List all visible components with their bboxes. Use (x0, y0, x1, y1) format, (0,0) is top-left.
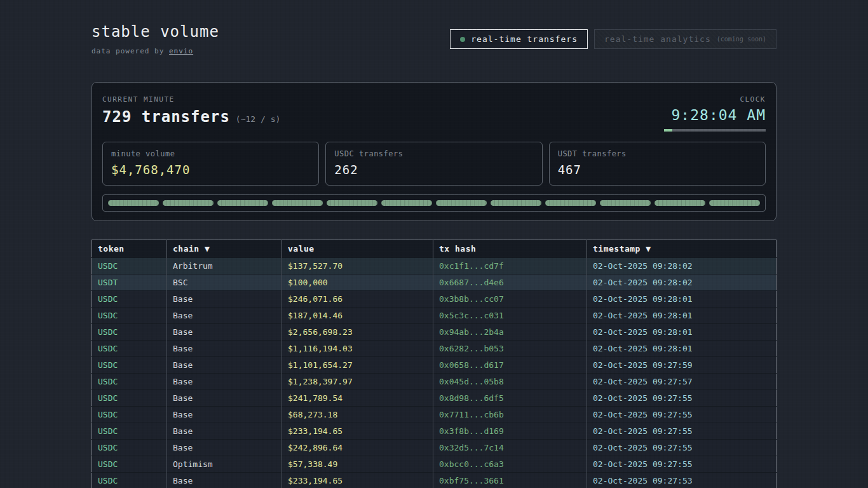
table-row: USDCBase$241,789.540x8d98...6df502-Oct-2… (92, 390, 776, 407)
tx-hash-link[interactable]: 0x6687...d4e6 (433, 274, 587, 291)
table-row: USDCBase$2,656,698.230x94ab...2b4a02-Oct… (92, 324, 776, 341)
column-header-chain[interactable]: chain ▼ (167, 240, 282, 258)
column-header-timestamp[interactable]: timestamp ▼ (587, 240, 776, 258)
clock-time: 9:28:04 AM (664, 107, 766, 123)
tx-hash-link[interactable]: 0x3b8b...cc07 (433, 291, 587, 308)
activity-segment (654, 200, 705, 206)
table-row: USDCBase$187,014.460x5c3c...c03102-Oct-2… (92, 308, 776, 324)
cell-token: USDC (92, 341, 167, 357)
cell-value: $100,000 (282, 274, 433, 291)
coming-soon-badge: (coming soon) (717, 36, 766, 43)
cell-chain: Base (167, 357, 282, 374)
transfers-count: 729 transfers (102, 108, 230, 126)
cell-value: $187,014.46 (282, 308, 433, 324)
stat-usdt-transfers: USDT transfers 467 (549, 142, 766, 186)
top-bar: stable volume data powered by envio real… (92, 0, 776, 55)
cell-value: $233,194.65 (282, 423, 433, 440)
stat-label: USDC transfers (334, 149, 533, 158)
clock-progress-bar (664, 129, 766, 132)
activity-segment (108, 200, 159, 206)
tx-hash-link[interactable]: 0x6282...b053 (433, 341, 587, 357)
tx-hash-link[interactable]: 0x94ab...2b4a (433, 324, 587, 341)
tab-label: real-time analytics (604, 34, 711, 44)
tab-realtime-analytics[interactable]: real-time analytics (coming soon) (594, 29, 776, 49)
tx-hash-link[interactable]: 0x5c3c...c031 (433, 308, 587, 324)
cell-ts: 02-Oct-2025 09:27:53 (587, 473, 776, 488)
stat-minute-volume: minute volume $4,768,470 (102, 142, 319, 186)
cell-value: $242,896.64 (282, 440, 433, 456)
app-container: stable volume data powered by envio real… (92, 0, 776, 488)
cell-chain: Optimism (167, 456, 282, 473)
cell-token: USDC (92, 440, 167, 456)
stat-label: USDT transfers (558, 149, 757, 158)
stat-boxes: minute volume $4,768,470 USDC transfers … (102, 142, 766, 186)
panel-top-row: CURRENT MINUTE 729 transfers (~12 / s) C… (102, 95, 766, 132)
cell-token: USDC (92, 456, 167, 473)
stat-value: $4,768,470 (111, 163, 310, 177)
cell-value: $1,116,194.03 (282, 341, 433, 357)
cell-ts: 02-Oct-2025 09:27:55 (587, 423, 776, 440)
cell-value: $2,656,698.23 (282, 324, 433, 341)
cell-value: $68,273.18 (282, 407, 433, 423)
clock-label: CLOCK (664, 95, 766, 104)
cell-token: USDC (92, 258, 167, 274)
cell-ts: 02-Oct-2025 09:27:59 (587, 357, 776, 374)
tx-hash-link[interactable]: 0x045d...05b8 (433, 374, 587, 390)
cell-value: $246,071.66 (282, 291, 433, 308)
current-minute-panel: CURRENT MINUTE 729 transfers (~12 / s) C… (92, 82, 776, 221)
cell-chain: Base (167, 440, 282, 456)
cell-token: USDC (92, 390, 167, 407)
tx-hash-link[interactable]: 0xbcc0...c6a3 (433, 456, 587, 473)
cell-token: USDT (92, 274, 167, 291)
column-header-tx-hash[interactable]: tx hash (433, 240, 587, 258)
activity-segment (327, 200, 377, 206)
cell-ts: 02-Oct-2025 09:28:01 (587, 341, 776, 357)
view-tabs: real-time transfers real-time analytics … (450, 29, 776, 49)
tagline: data powered by envio (92, 47, 219, 55)
cell-ts: 02-Oct-2025 09:27:55 (587, 440, 776, 456)
stat-usdc-transfers: USDC transfers 262 (325, 142, 542, 186)
cell-token: USDC (92, 423, 167, 440)
cell-chain: Base (167, 473, 282, 488)
activity-segment (272, 200, 323, 206)
cell-ts: 02-Oct-2025 09:28:01 (587, 291, 776, 308)
cell-chain: Base (167, 291, 282, 308)
activity-segment (436, 200, 487, 206)
tagline-prefix: data powered by (92, 47, 169, 55)
cell-token: USDC (92, 473, 167, 488)
transfers-summary: CURRENT MINUTE 729 transfers (~12 / s) (102, 95, 280, 132)
tx-hash-link[interactable]: 0xbf75...3661 (433, 473, 587, 488)
tx-hash-link[interactable]: 0x32d5...7c14 (433, 440, 587, 456)
live-dot-icon (460, 37, 465, 42)
tx-hash-link[interactable]: 0xc1f1...cd7f (433, 258, 587, 274)
cell-value: $1,238,397.97 (282, 374, 433, 390)
table-row: USDCBase$1,116,194.030x6282...b05302-Oct… (92, 341, 776, 357)
cell-ts: 02-Oct-2025 09:28:02 (587, 274, 776, 291)
activity-segment (217, 200, 268, 206)
cell-ts: 02-Oct-2025 09:27:55 (587, 390, 776, 407)
tx-hash-link[interactable]: 0x8d98...6df5 (433, 390, 587, 407)
tx-hash-link[interactable]: 0x0658...d617 (433, 357, 587, 374)
table-row: USDCBase$233,194.650x3f8b...d16902-Oct-2… (92, 423, 776, 440)
cell-chain: Base (167, 374, 282, 390)
cell-chain: Base (167, 341, 282, 357)
tab-label: real-time transfers (471, 34, 578, 44)
cell-value: $233,194.65 (282, 473, 433, 488)
tx-hash-link[interactable]: 0x7711...cb6b (433, 407, 587, 423)
envio-link[interactable]: envio (169, 47, 193, 55)
cell-value: $57,338.49 (282, 456, 433, 473)
column-header-token[interactable]: token (92, 240, 167, 258)
tx-hash-link[interactable]: 0x3f8b...d169 (433, 423, 587, 440)
cell-ts: 02-Oct-2025 09:28:01 (587, 324, 776, 341)
column-header-value[interactable]: value (282, 240, 433, 258)
clock-block: CLOCK 9:28:04 AM (664, 95, 766, 132)
cell-token: USDC (92, 357, 167, 374)
cell-token: USDC (92, 324, 167, 341)
table-row: USDCArbitrum$137,527.700xc1f1...cd7f02-O… (92, 258, 776, 274)
cell-value: $137,527.70 (282, 258, 433, 274)
transfers-rate: (~12 / s) (236, 114, 280, 124)
activity-segment (545, 200, 596, 206)
cell-token: USDC (92, 374, 167, 390)
cell-chain: Base (167, 407, 282, 423)
tab-realtime-transfers[interactable]: real-time transfers (450, 29, 588, 49)
